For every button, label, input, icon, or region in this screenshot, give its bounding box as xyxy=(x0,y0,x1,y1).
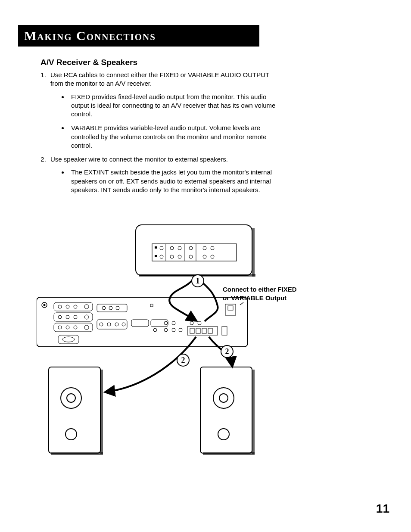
svg-rect-3 xyxy=(152,244,237,261)
callout-2b-number: 2 xyxy=(181,356,185,364)
svg-rect-72 xyxy=(51,452,103,455)
svg-rect-77 xyxy=(252,370,255,454)
svg-rect-71 xyxy=(100,370,103,454)
svg-point-38 xyxy=(84,325,89,330)
svg-point-42 xyxy=(102,306,106,310)
svg-point-59 xyxy=(190,321,193,325)
svg-point-40 xyxy=(62,337,75,342)
svg-point-58 xyxy=(179,328,182,332)
step-1: Use RCA cables to connect either the FIX… xyxy=(48,71,277,150)
svg-rect-64 xyxy=(202,328,206,333)
svg-point-31 xyxy=(66,315,69,319)
svg-rect-5 xyxy=(155,255,157,257)
svg-point-48 xyxy=(115,323,118,326)
svg-rect-63 xyxy=(196,328,200,333)
svg-point-43 xyxy=(109,306,112,310)
step-2-text: Use speaker wire to connect the monitor … xyxy=(50,156,228,163)
chapter-header: Making Connections xyxy=(18,25,259,47)
svg-point-37 xyxy=(74,326,77,329)
svg-rect-66 xyxy=(222,327,227,335)
svg-point-27 xyxy=(74,305,77,308)
svg-point-53 xyxy=(153,328,157,332)
callout-2a-number: 2 xyxy=(225,347,229,356)
svg-point-54 xyxy=(164,321,168,325)
svg-point-47 xyxy=(107,323,111,326)
svg-point-6 xyxy=(160,246,163,250)
step-1-bullet-1: FIXED provides fixed-level audio output … xyxy=(68,93,277,119)
svg-point-81 xyxy=(218,429,229,440)
svg-point-26 xyxy=(66,305,69,308)
step-2: Use speaker wire to connect the monitor … xyxy=(48,155,277,194)
svg-point-35 xyxy=(58,326,62,329)
svg-point-46 xyxy=(100,323,103,326)
svg-rect-70 xyxy=(49,367,100,453)
svg-point-9 xyxy=(170,246,174,250)
svg-rect-76 xyxy=(200,367,252,453)
step-1-text: Use RCA cables to connect either the FIX… xyxy=(50,71,269,87)
step-2-bullet-1: The EXT/INT switch beside the jacks let … xyxy=(68,168,277,194)
svg-point-32 xyxy=(74,315,77,319)
svg-rect-50 xyxy=(131,320,149,327)
svg-point-55 xyxy=(172,321,175,325)
page-number: 11 xyxy=(376,502,389,516)
svg-point-30 xyxy=(58,315,62,319)
instruction-body: Use RCA cables to connect either the FIX… xyxy=(36,71,277,199)
svg-point-10 xyxy=(170,255,174,258)
svg-rect-2 xyxy=(252,228,255,277)
svg-point-20 xyxy=(211,255,214,258)
caption-line-1: Connect to either FIXED xyxy=(223,286,297,293)
svg-rect-62 xyxy=(190,328,194,333)
svg-rect-65 xyxy=(208,328,212,333)
section-title: A/V Receiver & Speakers xyxy=(40,58,137,67)
svg-point-18 xyxy=(203,255,206,258)
svg-point-19 xyxy=(211,246,214,250)
step-1-bullet-2: VARIABLE provides variable-level audio o… xyxy=(68,124,277,150)
svg-point-75 xyxy=(65,429,77,440)
svg-rect-52 xyxy=(150,304,153,307)
svg-point-74 xyxy=(67,394,75,402)
svg-rect-68 xyxy=(228,306,233,310)
svg-point-11 xyxy=(178,246,181,250)
svg-point-60 xyxy=(198,321,201,325)
svg-point-57 xyxy=(172,328,175,332)
svg-point-36 xyxy=(66,326,69,329)
connection-diagram: 1 2 2 Connect to either FIXED or VARIABL… xyxy=(37,220,304,461)
svg-point-44 xyxy=(116,306,119,310)
svg-point-23 xyxy=(44,304,46,306)
svg-point-80 xyxy=(219,394,228,402)
svg-point-49 xyxy=(122,323,125,326)
svg-point-15 xyxy=(189,255,193,258)
svg-point-12 xyxy=(178,255,181,258)
svg-point-25 xyxy=(58,305,62,308)
svg-rect-4 xyxy=(155,246,157,249)
chapter-title: Making Connections xyxy=(24,28,156,43)
callout-1-number: 1 xyxy=(196,277,200,285)
caption-line-2: or VARIABLE Output xyxy=(223,294,286,302)
svg-point-56 xyxy=(164,328,168,332)
diagram-caption: Connect to either FIXED or VARIABLE Outp… xyxy=(223,285,309,302)
svg-point-17 xyxy=(203,246,206,250)
svg-point-7 xyxy=(160,255,163,258)
svg-point-33 xyxy=(84,315,89,319)
svg-point-28 xyxy=(84,305,89,309)
svg-rect-78 xyxy=(203,452,255,455)
svg-point-14 xyxy=(189,246,193,250)
